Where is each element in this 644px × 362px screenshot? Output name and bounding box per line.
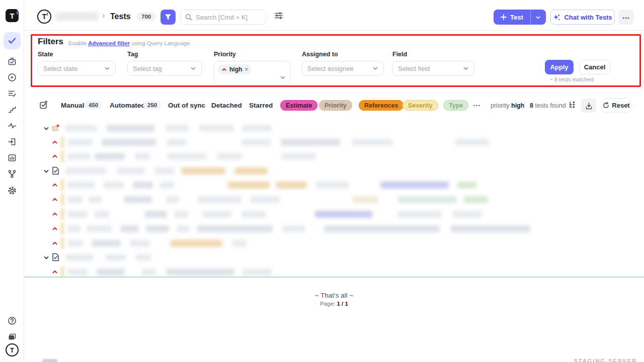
summary-divider: | [523,101,525,109]
pagination-text: Page: 1 / 1 [24,301,644,307]
search-icon [185,14,192,21]
export-download-button[interactable] [581,99,596,113]
field-select[interactable]: Select field [392,61,474,76]
priority-select[interactable]: high × [214,61,291,85]
field-label: Field [392,51,474,58]
suite-row[interactable] [0,164,644,178]
badge-type[interactable]: Type [443,100,468,111]
breadcrumb-separator-icon: › [102,11,105,20]
briefcase-icon [8,57,17,66]
filters-hint: Enable Advanced filter using Query Langu… [68,40,190,46]
test-row[interactable] [0,178,644,192]
tab-detached[interactable]: Detached [211,102,242,109]
filter-group-tag: Tag Select tag [127,51,202,76]
projects-folder-icon [8,332,17,341]
priority-high-icon [52,153,58,159]
suite-row[interactable] [0,250,644,264]
manual-count-badge: 450 [85,101,102,109]
staging-watermark: STAGING SERVER [574,358,637,362]
suite-row[interactable] [0,121,644,135]
test-row[interactable] [0,135,644,149]
new-test-split-button[interactable]: Test [494,10,546,25]
view-settings-icon[interactable] [274,11,283,20]
new-test-button[interactable]: Test [494,10,530,25]
test-row[interactable] [0,265,644,277]
refresh-icon [603,102,609,109]
assignee-select[interactable]: Select assignee [302,61,384,76]
apply-button[interactable]: Apply [545,60,574,74]
sidebar-item-activity[interactable] [4,117,21,134]
sidebar-item-pipelines[interactable] [4,165,21,183]
sparkles-icon [553,14,560,21]
breadcrumb-tests[interactable]: Tests [110,12,131,21]
state-select[interactable]: Select state [38,61,116,76]
state-label: State [38,51,116,58]
badges-more-button[interactable]: … [473,99,481,108]
sidebar-item-tests[interactable] [4,32,21,49]
select-all-icon[interactable] [39,101,48,110]
chevron-down-icon [190,65,196,71]
new-test-dropdown-button[interactable] [531,10,546,25]
collapse-chevron-icon[interactable] [43,126,49,132]
badge-severity[interactable]: Severity [403,100,438,111]
search-box[interactable] [180,10,266,25]
advanced-filter-link[interactable]: Advanced filter [88,40,130,46]
collapse-chevron-icon[interactable] [43,255,49,261]
tree-view-icon[interactable] [569,101,577,109]
sidebar-item-runs[interactable] [4,69,21,86]
filter-group-field: Field Select field [392,51,474,76]
search-input[interactable] [196,14,261,21]
sidebar-item-help[interactable] [4,312,21,329]
filter-toggle-button[interactable] [160,10,176,25]
topbar-more-button[interactable]: … [618,10,634,25]
tab-manual[interactable]: Manual [61,102,85,109]
runs-play-icon [8,73,17,82]
priority-high-icon [52,182,58,188]
tag-label: Tag [127,51,202,58]
sidebar-item-settings[interactable] [4,182,21,199]
filter-summary: priority high [491,102,524,109]
badge-references[interactable]: References [359,100,404,111]
tab-automated[interactable]: Automated [110,102,145,109]
project-avatar[interactable]: T [37,10,51,24]
logo-accent [17,11,18,15]
remove-chip-icon[interactable]: × [245,66,248,73]
chat-with-tests-button[interactable]: Chat with Tests [550,10,615,25]
sidebar-item-reports[interactable] [4,149,21,166]
priority-label: Priority [214,51,291,58]
test-row[interactable] [0,149,644,163]
badge-estimate[interactable]: Estimate [280,100,317,111]
tag-select[interactable]: Select tag [127,61,202,76]
sidebar-item-import[interactable] [4,133,21,150]
help-icon [8,316,17,325]
funnel-icon [165,14,172,21]
priority-high-icon [52,226,58,232]
automated-count-badge: 250 [143,101,161,109]
chevron-down-icon [104,65,110,71]
pulse-icon [8,121,17,130]
sidebar-item-projects[interactable] [4,328,21,345]
priority-chip-high[interactable]: high × [218,64,251,74]
chevron-down-icon [463,65,469,71]
test-row[interactable] [0,193,644,207]
filter-group-priority: Priority high × [214,51,291,85]
test-row[interactable] [0,222,644,236]
test-row[interactable] [0,207,644,221]
plus-icon [501,14,507,20]
tab-starred[interactable]: Starred [249,102,273,109]
sidebar-item-steps[interactable] [4,101,21,118]
tests-count-badge: 700 [136,12,156,21]
priority-high-icon [52,269,58,275]
logo-circle-icon[interactable]: T [6,343,19,356]
badge-priority[interactable]: Priority [319,100,352,111]
filter-group-state: State Select state [38,51,116,76]
test-row[interactable] [0,236,644,250]
reset-button[interactable]: Reset [602,98,631,113]
sidebar-item-plans[interactable] [4,85,21,102]
collapse-chevron-icon[interactable] [43,168,49,174]
cancel-button[interactable]: Cancel [579,60,610,74]
sidebar-item-suites[interactable] [4,53,21,70]
checklist-icon [8,89,17,98]
project-name-redacted[interactable] [55,12,99,21]
tab-out-of-sync[interactable]: Out of sync [168,102,205,109]
